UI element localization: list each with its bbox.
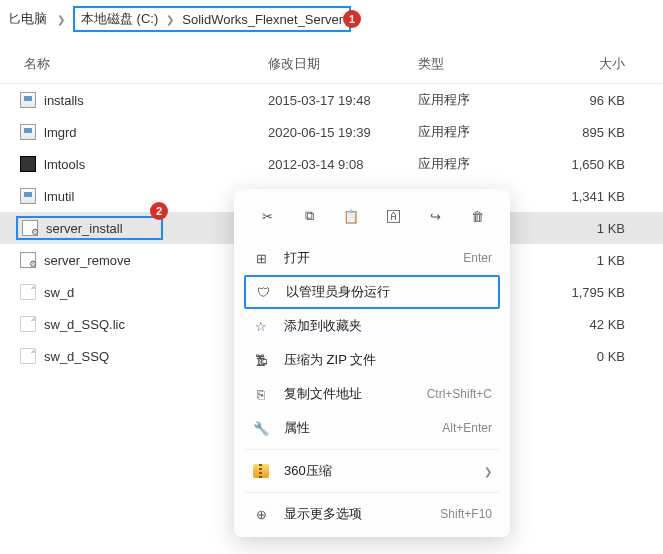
- column-headers: 名称 修改日期 类型 大小: [0, 39, 663, 84]
- context-menu-label: 打开: [284, 249, 449, 267]
- exe-icon: [20, 188, 36, 204]
- copy-icon[interactable]: ⧉: [294, 201, 324, 231]
- rename-icon[interactable]: 🄰: [378, 201, 408, 231]
- script-icon: [22, 220, 38, 236]
- context-menu-item[interactable]: 🗜压缩为 ZIP 文件: [234, 343, 510, 377]
- breadcrumb-folder[interactable]: SolidWorks_Flexnet_Server: [182, 12, 343, 27]
- annotation-badge-1: 1: [343, 10, 361, 28]
- cut-icon[interactable]: ✂: [252, 201, 282, 231]
- file-size: 0 KB: [528, 349, 655, 364]
- header-date[interactable]: 修改日期: [268, 55, 418, 73]
- file-name: sw_d_SSQ.lic: [44, 317, 125, 332]
- context-menu-shortcut: Ctrl+Shift+C: [427, 387, 492, 401]
- context-menu-label: 显示更多选项: [284, 505, 426, 523]
- context-menu-label: 360压缩: [284, 462, 470, 480]
- chevron-right-icon: ❯: [53, 14, 69, 25]
- file-size: 1,650 KB: [528, 157, 655, 172]
- file-icon: [20, 316, 36, 332]
- tool-icon: [20, 156, 36, 172]
- file-date: 2015-03-17 19:48: [268, 93, 418, 108]
- file-name: server_install: [46, 221, 123, 236]
- file-name: sw_d_SSQ: [44, 349, 109, 364]
- annotation-badge-2: 2: [150, 202, 168, 220]
- breadcrumb-drive[interactable]: 本地磁盘 (C:): [81, 10, 158, 28]
- open-icon: ⊞: [252, 251, 270, 266]
- context-menu-label: 复制文件地址: [284, 385, 413, 403]
- zip-icon: 🗜: [252, 353, 270, 368]
- file-type: 应用程序: [418, 123, 528, 141]
- context-menu-item[interactable]: 🔧属性Alt+Enter: [234, 411, 510, 445]
- context-menu-item[interactable]: ⊞打开Enter: [234, 241, 510, 275]
- file-row[interactable]: lmtools2012-03-14 9:08应用程序1,650 KB: [0, 148, 663, 180]
- star-icon: ☆: [252, 319, 270, 334]
- more-icon: ⊕: [252, 507, 270, 522]
- context-menu-label: 添加到收藏夹: [284, 317, 478, 335]
- file-size: 1 KB: [528, 253, 655, 268]
- context-menu-iconbar: ✂⧉📋🄰↪🗑: [234, 195, 510, 241]
- breadcrumb[interactable]: 匕电脑 ❯ 本地磁盘 (C:) ❯ SolidWorks_Flexnet_Ser…: [0, 0, 663, 39]
- context-menu-label: 属性: [284, 419, 428, 437]
- file-size: 1 KB: [528, 221, 655, 236]
- paste-icon[interactable]: 📋: [336, 201, 366, 231]
- script-icon: [20, 252, 36, 268]
- copypath-icon: ⎘: [252, 387, 270, 402]
- context-menu-label: 压缩为 ZIP 文件: [284, 351, 478, 369]
- breadcrumb-root[interactable]: 匕电脑: [6, 8, 49, 30]
- file-icon: [20, 284, 36, 300]
- file-type: 应用程序: [418, 155, 528, 173]
- context-menu-label: 以管理员身份运行: [286, 283, 476, 301]
- context-menu-separator: [244, 449, 500, 450]
- chevron-right-icon: ❯: [484, 466, 492, 477]
- file-size: 96 KB: [528, 93, 655, 108]
- context-menu-item[interactable]: ⎘复制文件地址Ctrl+Shift+C: [234, 377, 510, 411]
- file-name: lmgrd: [44, 125, 77, 140]
- context-menu-shortcut: Alt+Enter: [442, 421, 492, 435]
- context-menu-separator: [244, 492, 500, 493]
- header-name[interactable]: 名称: [8, 55, 268, 73]
- file-name: lmtools: [44, 157, 85, 172]
- header-size[interactable]: 大小: [528, 55, 655, 73]
- file-date: 2020-06-15 19:39: [268, 125, 418, 140]
- context-menu: ✂⧉📋🄰↪🗑 ⊞打开Enter🛡以管理员身份运行☆添加到收藏夹🗜压缩为 ZIP …: [234, 189, 510, 537]
- file-type: 应用程序: [418, 91, 528, 109]
- file-name: installs: [44, 93, 84, 108]
- props-icon: 🔧: [252, 421, 270, 436]
- context-menu-item[interactable]: ⊕显示更多选项Shift+F10: [234, 497, 510, 531]
- file-size: 1,341 KB: [528, 189, 655, 204]
- context-menu-shortcut: Enter: [463, 251, 492, 265]
- context-menu-item[interactable]: ☆添加到收藏夹: [234, 309, 510, 343]
- file-name: server_remove: [44, 253, 131, 268]
- exe-icon: [20, 124, 36, 140]
- file-name: sw_d: [44, 285, 74, 300]
- share-icon[interactable]: ↪: [420, 201, 450, 231]
- file-size: 895 KB: [528, 125, 655, 140]
- file-row[interactable]: lmgrd2020-06-15 19:39应用程序895 KB: [0, 116, 663, 148]
- breadcrumb-highlight: 本地磁盘 (C:) ❯ SolidWorks_Flexnet_Server: [73, 6, 351, 32]
- delete-icon[interactable]: 🗑: [462, 201, 492, 231]
- 360zip-icon: [252, 464, 270, 478]
- chevron-right-icon: ❯: [162, 14, 178, 25]
- header-type[interactable]: 类型: [418, 55, 528, 73]
- file-icon: [20, 348, 36, 364]
- file-size: 42 KB: [528, 317, 655, 332]
- file-name: lmutil: [44, 189, 74, 204]
- context-menu-item[interactable]: 🛡以管理员身份运行: [244, 275, 500, 309]
- context-menu-shortcut: Shift+F10: [440, 507, 492, 521]
- file-size: 1,795 KB: [528, 285, 655, 300]
- admin-icon: 🛡: [254, 285, 272, 300]
- exe-icon: [20, 92, 36, 108]
- file-date: 2012-03-14 9:08: [268, 157, 418, 172]
- context-menu-item[interactable]: 360压缩❯: [234, 454, 510, 488]
- file-row[interactable]: installs2015-03-17 19:48应用程序96 KB: [0, 84, 663, 116]
